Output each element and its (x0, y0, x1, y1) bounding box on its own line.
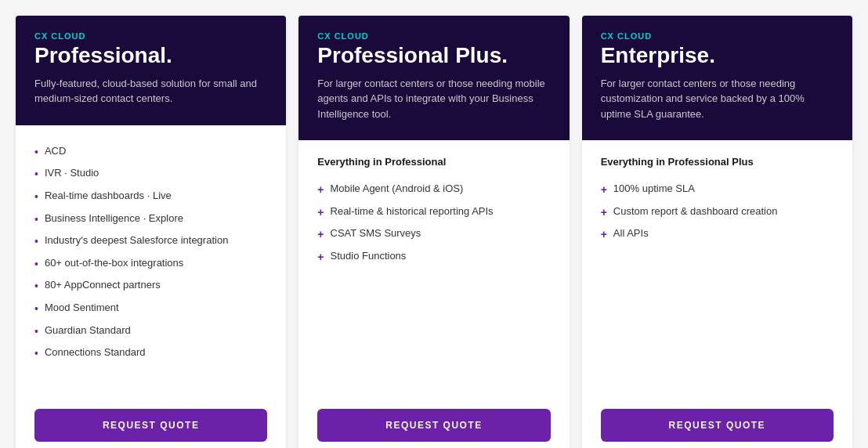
feature-text: ACD (45, 144, 66, 158)
card-body-professional: •ACD•IVR · Studio•Real-time dashboards ·… (16, 125, 286, 396)
feature-text: Industry's deepest Salesforce integratio… (45, 233, 228, 247)
feature-text: CSAT SMS Surveys (331, 226, 421, 240)
feature-text: Custom report & dashboard creation (613, 204, 778, 219)
plus-icon: + (317, 227, 324, 243)
plus-icon: + (601, 205, 607, 221)
list-item: •Mood Sentiment (34, 298, 267, 320)
card-footer-professional: REQUEST QUOTEREQUEST DEMO (16, 396, 286, 448)
list-item: •Real-time dashboards · Live (34, 186, 267, 208)
cx-cloud-label: CX CLOUD (34, 31, 267, 41)
bullet-icon: • (34, 324, 38, 340)
feature-text: All APIs (613, 226, 649, 240)
bullet-icon: • (34, 234, 38, 250)
bullet-icon: • (34, 257, 38, 273)
feature-text: Mood Sentiment (45, 301, 119, 315)
feature-list: •ACD•IVR · Studio•Real-time dashboards ·… (34, 141, 267, 365)
card-body-enterprise: Everything in Professional Plus+100% upt… (582, 140, 852, 396)
list-item: •Guardian Standard (34, 320, 267, 343)
bullet-icon: • (34, 167, 38, 182)
features-heading: Everything in Professional Plus (601, 156, 834, 168)
bullet-icon: • (34, 190, 38, 205)
feature-text: Real-time & historical reporting APIs (331, 204, 494, 219)
features-heading: Everything in Professional (317, 156, 550, 168)
feature-list: +Mobile Agent (Android & iOS)+Real-time … (317, 179, 550, 268)
plus-icon: + (601, 182, 607, 198)
list-item: •Business Intelligence · Explore (34, 208, 267, 231)
list-item: •ACD (34, 141, 267, 164)
bullet-icon: • (34, 145, 38, 161)
bullet-icon: • (34, 212, 38, 228)
card-header-professional: CX CLOUDProfessional.Fully-featured, clo… (16, 16, 286, 125)
card-footer-professional-plus: REQUEST QUOTEREQUEST DEMO (298, 396, 569, 448)
feature-text: 80+ AppConnect partners (45, 278, 161, 292)
feature-text: Business Intelligence · Explore (45, 211, 183, 226)
list-item: +100% uptime SLA (601, 179, 834, 201)
bullet-icon: • (34, 302, 38, 317)
feature-text: 100% uptime SLA (613, 182, 695, 196)
list-item: +Real-time & historical reporting APIs (317, 201, 550, 224)
feature-text: Real-time dashboards · Live (45, 189, 172, 203)
feature-text: Guardian Standard (45, 323, 131, 338)
cx-cloud-label: CX CLOUD (601, 31, 834, 41)
plus-icon: + (317, 182, 324, 198)
pricing-cards: CX CLOUDProfessional.Fully-featured, clo… (16, 16, 852, 448)
list-item: •IVR · Studio (34, 163, 267, 186)
list-item: •80+ AppConnect partners (34, 275, 267, 298)
plan-title: Professional. (34, 44, 267, 68)
list-item: •60+ out-of-the-box integrations (34, 253, 267, 276)
card-header-enterprise: CX CLOUDEnterprise.For larger contact ce… (582, 16, 852, 140)
cx-cloud-label: CX CLOUD (317, 31, 550, 41)
list-item: +CSAT SMS Surveys (317, 223, 550, 246)
feature-text: Mobile Agent (Android & iOS) (331, 182, 464, 196)
card-header-professional-plus: CX CLOUDProfessional Plus.For larger con… (298, 16, 569, 140)
plan-description: For larger contact centers or those need… (601, 76, 834, 122)
request-quote-button[interactable]: REQUEST QUOTE (317, 409, 550, 442)
feature-text: Connections Standard (45, 345, 146, 359)
feature-text: 60+ out-of-the-box integrations (45, 256, 183, 270)
card-footer-enterprise: REQUEST QUOTEREQUEST DEMO (582, 396, 852, 448)
plus-icon: + (317, 205, 324, 221)
bullet-icon: • (34, 279, 38, 294)
feature-text: IVR · Studio (45, 166, 99, 180)
request-quote-button[interactable]: REQUEST QUOTE (601, 409, 834, 442)
card-body-professional-plus: Everything in Professional+Mobile Agent … (298, 140, 569, 396)
list-item: +Custom report & dashboard creation (601, 201, 834, 224)
plan-description: For larger contact centers or those need… (317, 76, 550, 122)
plus-icon: + (601, 227, 607, 243)
plus-icon: + (317, 250, 324, 266)
list-item: +Studio Functions (317, 246, 550, 269)
plan-title: Enterprise. (601, 44, 834, 68)
list-item: +Mobile Agent (Android & iOS) (317, 179, 550, 201)
bullet-icon: • (34, 346, 38, 362)
card-professional: CX CLOUDProfessional.Fully-featured, clo… (16, 16, 286, 448)
plan-title: Professional Plus. (317, 44, 550, 68)
list-item: •Connections Standard (34, 342, 267, 365)
request-quote-button[interactable]: REQUEST QUOTE (34, 409, 267, 442)
list-item: +All APIs (601, 223, 834, 246)
list-item: •Industry's deepest Salesforce integrati… (34, 230, 267, 253)
card-enterprise: CX CLOUDEnterprise.For larger contact ce… (582, 16, 852, 448)
plan-description: Fully-featured, cloud-based solution for… (34, 76, 267, 107)
feature-list: +100% uptime SLA+Custom report & dashboa… (601, 179, 834, 246)
card-professional-plus: CX CLOUDProfessional Plus.For larger con… (298, 16, 569, 448)
feature-text: Studio Functions (331, 249, 407, 263)
